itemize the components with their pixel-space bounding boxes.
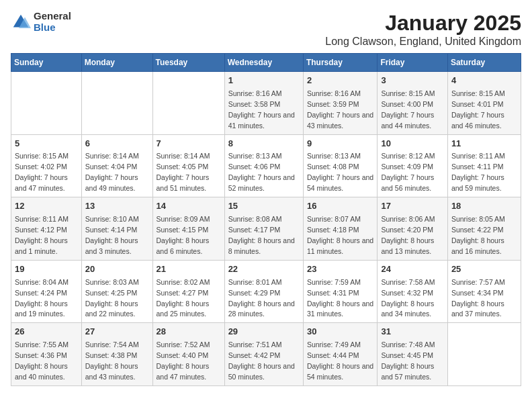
day-info: Sunrise: 8:03 AMSunset: 4:25 PMDaylight:… [85,278,139,318]
day-info: Sunrise: 8:10 AMSunset: 4:14 PMDaylight:… [85,215,139,255]
day-number: 24 [381,263,443,276]
logo-icon [11,12,31,32]
day-number: 16 [307,200,374,213]
logo-general: General [34,11,71,22]
calendar-cell: 12Sunrise: 8:11 AMSunset: 4:12 PMDayligh… [11,197,82,261]
header-day: Friday [378,54,447,72]
calendar-cell [447,323,521,386]
calendar-cell: 6Sunrise: 8:14 AMSunset: 4:04 PMDaylight… [81,134,152,197]
calendar-cell: 5Sunrise: 8:15 AMSunset: 4:02 PMDaylight… [11,134,82,197]
header-day: Tuesday [152,54,224,72]
calendar-cell [81,72,152,135]
day-number: 4 [451,75,517,87]
main-title: January 2025 [325,11,521,36]
day-info: Sunrise: 8:09 AMSunset: 4:15 PMDaylight:… [157,215,210,255]
day-number: 28 [157,326,221,338]
day-info: Sunrise: 8:16 AMSunset: 3:59 PMDaylight:… [307,89,373,130]
day-number: 17 [381,200,443,213]
day-info: Sunrise: 8:12 AMSunset: 4:09 PMDaylight:… [381,152,435,192]
calendar-table: SundayMondayTuesdayWednesdayThursdayFrid… [11,53,521,386]
day-info: Sunrise: 8:11 AMSunset: 4:12 PMDaylight:… [15,215,69,255]
day-number: 19 [15,263,78,276]
calendar-week-row: 5Sunrise: 8:15 AMSunset: 4:02 PMDaylight… [11,134,521,197]
day-info: Sunrise: 8:14 AMSunset: 4:04 PMDaylight:… [85,152,139,192]
calendar-cell: 9Sunrise: 8:13 AMSunset: 4:08 PMDaylight… [303,134,378,197]
day-number: 25 [451,263,517,276]
day-number: 27 [85,326,149,338]
day-info: Sunrise: 8:16 AMSunset: 3:58 PMDaylight:… [228,89,295,130]
calendar-cell: 8Sunrise: 8:13 AMSunset: 4:06 PMDaylight… [224,134,303,197]
calendar-cell: 26Sunrise: 7:55 AMSunset: 4:36 PMDayligh… [11,323,82,386]
day-number: 14 [157,200,221,213]
calendar-week-row: 12Sunrise: 8:11 AMSunset: 4:12 PMDayligh… [11,197,521,261]
header: General Blue January 2025 Long Clawson, … [11,11,521,48]
day-number: 12 [15,200,78,213]
day-number: 26 [15,326,78,338]
calendar-header: SundayMondayTuesdayWednesdayThursdayFrid… [11,54,521,72]
day-info: Sunrise: 8:15 AMSunset: 4:02 PMDaylight:… [15,152,69,192]
calendar-cell: 11Sunrise: 8:11 AMSunset: 4:11 PMDayligh… [447,134,521,197]
day-number: 6 [85,138,149,150]
day-number: 13 [85,200,149,213]
day-number: 1 [228,75,300,87]
logo: General Blue [11,11,71,33]
calendar-cell: 10Sunrise: 8:12 AMSunset: 4:09 PMDayligh… [378,134,447,197]
day-info: Sunrise: 7:55 AMSunset: 4:36 PMDaylight:… [15,340,69,381]
calendar-cell: 31Sunrise: 7:48 AMSunset: 4:45 PMDayligh… [378,323,447,386]
day-number: 20 [85,263,149,276]
day-number: 2 [307,75,374,87]
day-info: Sunrise: 8:08 AMSunset: 4:17 PMDaylight:… [228,215,295,255]
calendar-cell: 30Sunrise: 7:49 AMSunset: 4:44 PMDayligh… [303,323,378,386]
header-day: Saturday [447,54,521,72]
title-area: January 2025 Long Clawson, England, Unit… [325,11,521,48]
calendar-cell: 14Sunrise: 8:09 AMSunset: 4:15 PMDayligh… [152,197,224,261]
day-info: Sunrise: 8:06 AMSunset: 4:20 PMDaylight:… [381,215,435,255]
day-info: Sunrise: 7:48 AMSunset: 4:45 PMDaylight:… [381,340,435,381]
day-info: Sunrise: 7:51 AMSunset: 4:42 PMDaylight:… [228,340,295,381]
calendar-cell [11,72,82,135]
day-number: 21 [157,263,221,276]
calendar-cell: 23Sunrise: 7:59 AMSunset: 4:31 PMDayligh… [303,260,378,323]
day-number: 15 [228,200,300,213]
calendar-cell: 7Sunrise: 8:14 AMSunset: 4:05 PMDaylight… [152,134,224,197]
day-number: 18 [451,200,517,213]
day-info: Sunrise: 8:04 AMSunset: 4:24 PMDaylight:… [15,278,69,318]
calendar-cell: 4Sunrise: 8:15 AMSunset: 4:01 PMDaylight… [447,72,521,135]
day-number: 9 [307,138,374,150]
calendar-cell: 29Sunrise: 7:51 AMSunset: 4:42 PMDayligh… [224,323,303,386]
calendar-cell [152,72,224,135]
header-day: Monday [81,54,152,72]
day-info: Sunrise: 7:58 AMSunset: 4:32 PMDaylight:… [381,278,435,318]
header-row: SundayMondayTuesdayWednesdayThursdayFrid… [11,54,521,72]
day-number: 11 [451,138,517,150]
calendar-cell: 25Sunrise: 7:57 AMSunset: 4:34 PMDayligh… [447,260,521,323]
calendar-cell: 17Sunrise: 8:06 AMSunset: 4:20 PMDayligh… [378,197,447,261]
calendar-week-row: 26Sunrise: 7:55 AMSunset: 4:36 PMDayligh… [11,323,521,386]
day-number: 30 [307,326,374,338]
subtitle: Long Clawson, England, United Kingdom [325,36,521,48]
day-info: Sunrise: 7:49 AMSunset: 4:44 PMDaylight:… [307,340,373,381]
calendar-cell: 20Sunrise: 8:03 AMSunset: 4:25 PMDayligh… [81,260,152,323]
day-number: 31 [381,326,443,338]
day-info: Sunrise: 7:52 AMSunset: 4:40 PMDaylight:… [157,340,210,381]
day-info: Sunrise: 8:13 AMSunset: 4:06 PMDaylight:… [228,152,295,192]
day-info: Sunrise: 8:15 AMSunset: 4:01 PMDaylight:… [451,89,505,130]
day-info: Sunrise: 8:15 AMSunset: 4:00 PMDaylight:… [381,89,435,130]
calendar-week-row: 19Sunrise: 8:04 AMSunset: 4:24 PMDayligh… [11,260,521,323]
header-day: Thursday [303,54,378,72]
header-day: Wednesday [224,54,303,72]
calendar-week-row: 1Sunrise: 8:16 AMSunset: 3:58 PMDaylight… [11,72,521,135]
day-info: Sunrise: 8:07 AMSunset: 4:18 PMDaylight:… [307,215,373,255]
calendar-cell: 13Sunrise: 8:10 AMSunset: 4:14 PMDayligh… [81,197,152,261]
calendar-body: 1Sunrise: 8:16 AMSunset: 3:58 PMDaylight… [11,72,521,386]
calendar-cell: 1Sunrise: 8:16 AMSunset: 3:58 PMDaylight… [224,72,303,135]
day-info: Sunrise: 7:54 AMSunset: 4:38 PMDaylight:… [85,340,139,381]
calendar-cell: 18Sunrise: 8:05 AMSunset: 4:22 PMDayligh… [447,197,521,261]
day-info: Sunrise: 8:13 AMSunset: 4:08 PMDaylight:… [307,152,373,192]
calendar-cell: 19Sunrise: 8:04 AMSunset: 4:24 PMDayligh… [11,260,82,323]
calendar-cell: 27Sunrise: 7:54 AMSunset: 4:38 PMDayligh… [81,323,152,386]
header-day: Sunday [11,54,82,72]
calendar-cell: 21Sunrise: 8:02 AMSunset: 4:27 PMDayligh… [152,260,224,323]
day-number: 5 [15,138,78,150]
day-number: 7 [157,138,221,150]
